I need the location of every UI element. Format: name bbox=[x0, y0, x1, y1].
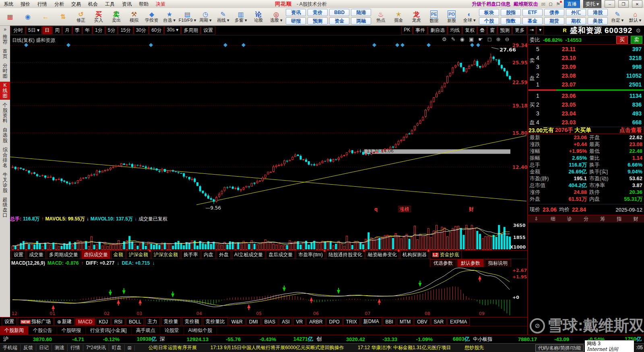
indicator-tab-陆股通持股变化[interactable]: 陆股通持股变化 bbox=[326, 251, 365, 259]
bottom-tab-竞价额[interactable]: 竞价额 bbox=[182, 317, 202, 326]
status-tab-手机端[interactable]: 手机端 bbox=[0, 344, 21, 351]
mini-tab-分[interactable]: 分 bbox=[578, 216, 594, 222]
eye-icon[interactable]: ◉ bbox=[460, 36, 464, 42]
sidebar-item-分时图[interactable]: 分 时 图 bbox=[0, 62, 10, 80]
param-指标说明[interactable]: 指标说明 bbox=[485, 259, 511, 268]
toolbar-股指-button[interactable]: 股指 bbox=[501, 9, 521, 16]
toolbar-revise-button[interactable]: ↺修正 bbox=[72, 8, 90, 25]
bottom-tab-新DMA[interactable]: 新DMA bbox=[361, 317, 382, 326]
menu-资讯[interactable]: 资讯 bbox=[118, 1, 135, 8]
chart-action-预测[interactable]: 预测 bbox=[497, 26, 512, 35]
toolbar-gold-dig-button[interactable]: ✭掘金 bbox=[390, 8, 407, 25]
chart-action-icon-1[interactable]: ▾ bbox=[537, 26, 544, 35]
status-tab-日记[interactable]: 日记 bbox=[36, 344, 52, 351]
sidebar-item-个股资料[interactable]: 个 股 资 料 bbox=[0, 101, 10, 125]
bottom-tab-设置[interactable]: 设置 bbox=[2, 317, 17, 326]
bottom-tab-竞价量比[interactable]: 竞价量比 bbox=[203, 317, 228, 326]
live-button[interactable]: 直播 bbox=[564, 0, 580, 8]
minimize-button[interactable]: – bbox=[605, 0, 615, 8]
status-tab-7*24快讯[interactable]: 7*24快讯 bbox=[83, 344, 109, 351]
toolbar-板块-button[interactable]: 板块 bbox=[479, 9, 499, 16]
toolbar-资讯-button[interactable]: 资讯 bbox=[286, 9, 306, 16]
period-年[interactable]: 年 bbox=[83, 26, 92, 35]
indicator-tab-换手率[interactable]: 换手率 bbox=[181, 251, 200, 259]
indicator-tab-市盈率(ttm)[interactable]: 市盈率(ttm) bbox=[296, 251, 325, 259]
menu-分析[interactable]: 分析 bbox=[51, 1, 68, 8]
indicator-tab-设置[interactable]: 设置 bbox=[11, 251, 26, 259]
news-tab-个股研报[interactable]: 个股研报 bbox=[57, 326, 86, 335]
toolbar-基金-button[interactable]: 基金 bbox=[522, 17, 543, 25]
toolbar-hot-button[interactable]: ♨热点 bbox=[372, 8, 390, 25]
toolbar-f10-button[interactable]: ▤F10/F9 ▾ bbox=[178, 8, 196, 25]
upgrade-link[interactable]: 升级千档盘口信息 bbox=[472, 1, 510, 8]
menu-机会[interactable]: 机会 bbox=[85, 1, 101, 8]
period-季[interactable]: 季 bbox=[72, 26, 82, 35]
sidebar-item-首页[interactable]: 首 页 bbox=[0, 47, 10, 60]
toolbar-buy-button[interactable]: 买买入 bbox=[90, 8, 107, 25]
indicator-tab-机构探测器[interactable]: 机构探测器 bbox=[400, 251, 429, 259]
index-label-创[interactable]: 创 bbox=[313, 336, 327, 343]
toolbar-page-up-down-button[interactable]: ⇅ bbox=[54, 8, 72, 25]
kline-chart[interactable] bbox=[10, 35, 527, 216]
bottom-tab-DPO[interactable]: DPO bbox=[326, 318, 343, 325]
toolbar-ETF-button[interactable]: ETF bbox=[522, 9, 543, 16]
bottom-tab-竞价量[interactable]: 竞价量 bbox=[161, 317, 181, 326]
sidebar-item-综合排名[interactable]: 综 合 排 名 bbox=[0, 146, 10, 169]
period-1分[interactable]: 1分 bbox=[93, 26, 105, 35]
sidebar-item-K线图[interactable]: K 线 图 bbox=[0, 82, 10, 100]
bottom-tab-ASI[interactable]: ASI bbox=[279, 318, 292, 325]
toolbar-债券-button[interactable]: 债券 bbox=[544, 9, 564, 16]
toolbar-multi-pane-button[interactable]: ▥多窗 ▾ bbox=[232, 8, 250, 25]
toolbar-两融-button[interactable]: 两融 bbox=[351, 17, 371, 25]
mini-tab-财[interactable]: 财 bbox=[627, 216, 644, 222]
bottom-tab-KDJ[interactable]: KDJ bbox=[96, 318, 111, 325]
indicator-tab-成交量[interactable]: 成交量 bbox=[27, 251, 46, 259]
period-60分[interactable]: 60分 bbox=[149, 26, 164, 35]
status-tab-盯盘[interactable]: 盯盘 bbox=[109, 344, 125, 351]
close-button[interactable]: ✕ bbox=[632, 0, 642, 8]
big-order-notice[interactable]: 23.00 元有 2076手 大买单 点击查看 bbox=[528, 127, 644, 134]
param-优选参数[interactable]: 优选参数 bbox=[430, 259, 456, 268]
bottom-tab-W&R[interactable]: W&R bbox=[229, 318, 246, 325]
restore-button[interactable]: ❐ bbox=[618, 0, 629, 8]
news-tab-高手观点[interactable]: 高手观点 bbox=[132, 326, 160, 335]
bottom-tab-ARBR[interactable]: ARBR bbox=[306, 318, 325, 325]
indicator-tab-沪深京金额[interactable]: 沪深京金额 bbox=[151, 251, 180, 259]
indicator-tab-盘后成交量[interactable]: 盘后成交量 bbox=[266, 251, 295, 259]
chart-action-icon-0[interactable]: ⇥ bbox=[527, 26, 536, 35]
news-tab-AI相似个股[interactable]: AI相似个股 bbox=[184, 326, 217, 335]
chart-action-事件[interactable]: 事件 bbox=[413, 26, 427, 35]
draw-icon[interactable]: ✎ bbox=[451, 36, 456, 42]
bottom-tab-OBV[interactable]: OBV bbox=[414, 318, 430, 325]
indicator-tab-内盘[interactable]: 内盘 bbox=[201, 251, 216, 259]
bottom-tab-RSI[interactable]: RSI bbox=[111, 318, 125, 325]
bottom-tab-BOLL[interactable]: BOLL bbox=[126, 318, 144, 325]
status-tab-反馈[interactable]: 反馈 bbox=[21, 344, 36, 351]
period-设置[interactable]: 设置 bbox=[201, 26, 215, 35]
period-分时[interactable]: 分时 bbox=[11, 26, 25, 35]
period-5日[interactable]: 5日 ▾ bbox=[26, 26, 42, 35]
mini-tab-细[interactable]: 细 bbox=[545, 216, 561, 222]
sidebar-item-推荐[interactable]: 推 荐 bbox=[0, 33, 10, 46]
zoom-in-icon[interactable]: ⊕ bbox=[496, 36, 501, 42]
grid-icon[interactable]: ⊞ bbox=[125, 345, 135, 351]
promo-icon[interactable]: ⚑ bbox=[556, 1, 561, 7]
toolbar-资金-button[interactable]: 资金 bbox=[329, 17, 349, 25]
toolbar-ipo-button[interactable]: PO新股 bbox=[443, 8, 460, 25]
toolbar-period-button[interactable]: ◷周期 ▾ bbox=[196, 8, 214, 25]
period-周[interactable]: 周 bbox=[52, 26, 62, 35]
status-news-2[interactable]: 17:12 华康洁净: 中标金额1.31亿元医疗项目 bbox=[358, 344, 451, 351]
sidebar-collapse-icon[interactable]: » bbox=[0, 26, 10, 33]
toolbar-期货-button[interactable]: 期货 bbox=[544, 17, 564, 25]
toolbar-draw-line-button[interactable]: ✎画线 ▾ bbox=[214, 8, 232, 25]
chart-action-更多[interactable]: 更多 bbox=[512, 26, 527, 35]
menu-决策[interactable]: 决策 bbox=[152, 1, 169, 8]
indicator-tab-融资融券变化[interactable]: 融资融券变化 bbox=[365, 251, 399, 259]
menu-系统[interactable]: 系统 bbox=[0, 1, 17, 8]
indicator-tab-沪深金额[interactable]: 沪深金额 bbox=[126, 251, 151, 259]
toolbar-watchlist-button[interactable]: ★自选 ▾ bbox=[161, 8, 178, 25]
chart-action-删自选[interactable]: 删自选 bbox=[428, 26, 447, 35]
toolbox-icon[interactable]: ▣ bbox=[469, 36, 474, 42]
zoom-out-icon[interactable]: ⊖ bbox=[505, 36, 510, 42]
toolbar-simulate-button[interactable]: ⚒模拟 bbox=[125, 8, 143, 25]
